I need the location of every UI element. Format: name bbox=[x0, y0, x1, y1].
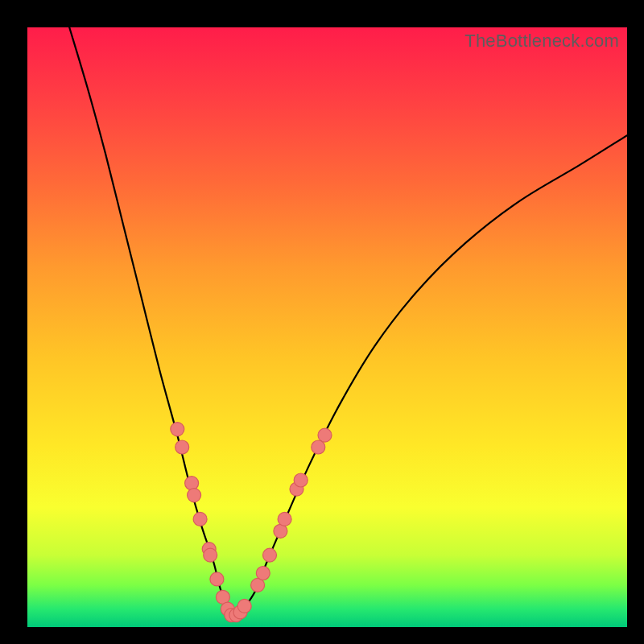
chart-svg bbox=[27, 27, 627, 627]
data-point bbox=[256, 567, 270, 580]
data-point bbox=[278, 512, 291, 526]
bottleneck-curve bbox=[69, 27, 627, 617]
highlighted-points-group bbox=[171, 423, 332, 622]
data-point bbox=[210, 572, 224, 586]
data-point bbox=[318, 428, 332, 442]
data-point bbox=[175, 440, 189, 454]
data-point bbox=[188, 489, 201, 502]
data-point bbox=[294, 473, 308, 487]
plot-area: TheBottleneck.com bbox=[27, 27, 627, 627]
data-point bbox=[312, 440, 325, 454]
data-point bbox=[193, 512, 207, 526]
data-point bbox=[263, 548, 277, 562]
data-point bbox=[171, 423, 184, 436]
data-point bbox=[204, 548, 217, 562]
data-point bbox=[237, 599, 251, 613]
chart-frame: TheBottleneck.com bbox=[0, 0, 644, 644]
data-point bbox=[185, 477, 199, 490]
